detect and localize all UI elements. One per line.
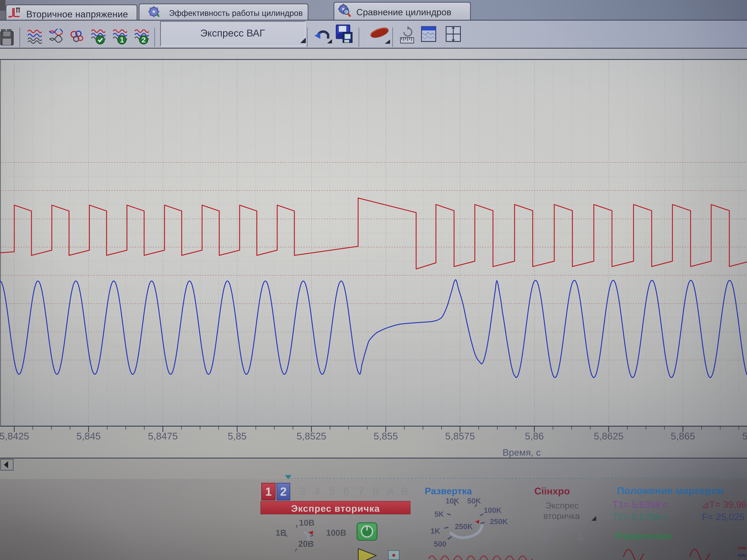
svg-text:5,8475: 5,8475 [148, 431, 178, 442]
svg-text:5,8575: 5,8575 [445, 431, 475, 442]
svg-text:5,845: 5,845 [76, 431, 101, 442]
svg-text:5,8625: 5,8625 [594, 431, 624, 442]
svg-text:5,8525: 5,8525 [297, 431, 326, 442]
svg-text:5,865: 5,865 [671, 431, 695, 442]
svg-text:5,86: 5,86 [525, 431, 544, 442]
svg-text:5,8425: 5,8425 [0, 431, 29, 442]
svg-text:5,8675: 5,8675 [742, 431, 747, 442]
svg-text:5,855: 5,855 [374, 431, 398, 442]
svg-text:1: 1 [120, 36, 124, 44]
svg-text:2: 2 [141, 36, 146, 44]
svg-text:Время, с: Время, с [503, 447, 541, 458]
svg-text:5,85: 5,85 [228, 431, 247, 442]
